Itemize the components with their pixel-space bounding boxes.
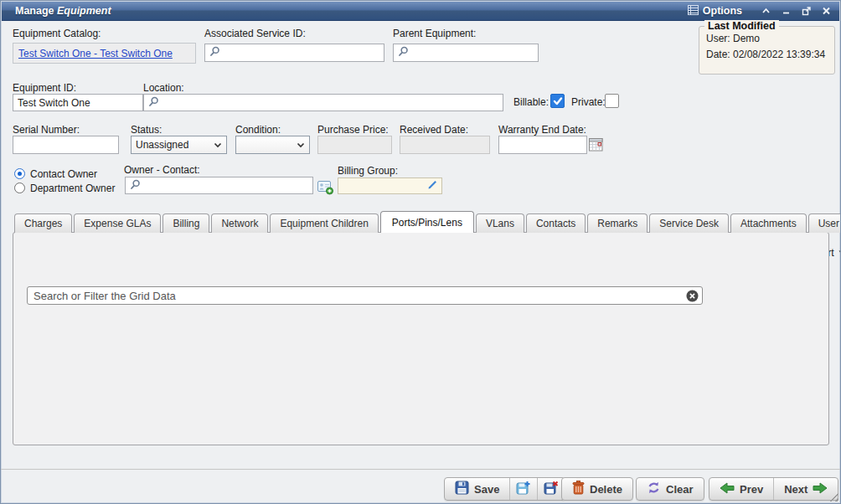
window-title: Manage Equipment [15, 5, 111, 17]
delete-button-group: Delete [561, 477, 633, 501]
chevron-down-icon [297, 139, 305, 151]
delete-label: Delete [590, 483, 622, 496]
purchase-price-label: Purchase Price: [317, 124, 389, 136]
private-checkbox[interactable] [605, 94, 619, 108]
associated-service-id-label: Associated Service ID: [204, 28, 306, 39]
save-icon [455, 481, 469, 497]
department-owner-radio[interactable] [14, 183, 25, 193]
clear-search-icon[interactable] [686, 290, 699, 302]
save-label: Save [474, 483, 499, 496]
check-icon [553, 96, 563, 106]
next-button[interactable]: Next [773, 478, 838, 500]
manage-equipment-window: Manage Equipment Options Equipment Catal… [0, 0, 841, 504]
prev-button[interactable]: Prev [709, 478, 773, 500]
equipment-id-label: Equipment ID: [13, 82, 76, 94]
billing-group-input[interactable] [338, 177, 442, 194]
tab-expense-glas[interactable]: Expense GLAs [74, 213, 161, 233]
save-add-icon [516, 481, 531, 497]
prev-next-button-group: Prev Next [709, 477, 838, 501]
tab-billing[interactable]: Billing [163, 213, 209, 233]
save-button[interactable]: Save [445, 478, 509, 500]
condition-label: Condition: [235, 124, 281, 136]
billing-group-label: Billing Group: [338, 165, 398, 177]
save-remove-icon [544, 481, 559, 497]
save-button-group: Save [444, 477, 565, 501]
magnifier-icon [148, 95, 159, 111]
popout-icon[interactable] [802, 7, 811, 16]
trash-icon [572, 481, 585, 497]
magnifier-icon [209, 45, 220, 60]
calendar-icon[interactable] [589, 137, 603, 155]
warranty-end-date-label: Warranty End Date: [498, 124, 586, 136]
equipment-catalog-label: Equipment Catalog: [13, 28, 101, 39]
tab-network[interactable]: Network [211, 213, 268, 233]
footer-divider [1, 469, 840, 470]
last-modified-box: Last Modified User: Demo Date: 02/08/202… [699, 26, 835, 75]
serial-number-label: Serial Number: [13, 124, 80, 136]
chevron-down-icon [214, 139, 222, 151]
received-date-input [400, 136, 490, 154]
billable-label: Billable: [513, 96, 549, 108]
parent-equipment-label: Parent Equipment: [393, 28, 476, 39]
last-modified-user: User: Demo [706, 33, 828, 44]
tab-charges[interactable]: Charges [14, 213, 72, 233]
options-label: Options [703, 5, 742, 17]
grid-search-input[interactable] [27, 286, 703, 305]
collapse-icon[interactable] [761, 7, 771, 15]
tab-panel [13, 232, 829, 445]
edit-pencil-icon[interactable] [427, 179, 438, 193]
delete-button[interactable]: Delete [562, 478, 632, 500]
options-grid-icon [688, 5, 699, 18]
magnifier-icon [130, 178, 141, 193]
prev-label: Prev [740, 483, 763, 496]
window-title-emphasis: Equipment [57, 5, 111, 17]
contact-owner-label: Contact Owner [30, 168, 97, 180]
equipment-id-input[interactable] [13, 94, 143, 111]
add-contact-icon[interactable] [317, 181, 333, 198]
owner-contact-input[interactable] [125, 177, 313, 194]
status-label: Status: [131, 124, 162, 136]
tab-contacts[interactable]: Contacts [526, 213, 586, 233]
status-select[interactable]: Unassigned [131, 136, 227, 154]
tab-vlans[interactable]: VLans [476, 213, 524, 233]
warranty-end-date-input[interactable] [498, 136, 587, 154]
parent-equipment-input[interactable] [393, 44, 539, 62]
clear-refresh-icon [647, 481, 661, 496]
tab-strip: ChargesExpense GLAsBillingNetworkEquipme… [14, 210, 841, 233]
private-label: Private: [571, 96, 606, 108]
location-label: Location: [143, 82, 184, 94]
last-modified-legend: Last Modified [704, 20, 779, 32]
clear-label: Clear [666, 483, 694, 496]
prev-arrow-icon [720, 482, 735, 496]
tab-ports-pins-lens[interactable]: Ports/Pins/Lens [380, 211, 474, 233]
tab-remarks[interactable]: Remarks [587, 213, 648, 233]
equipment-catalog-link[interactable]: Test Switch One - Test Switch One [18, 48, 173, 59]
equipment-catalog-box: Test Switch One - Test Switch One [13, 43, 196, 64]
associated-service-id-input[interactable] [204, 44, 384, 62]
save-and-new-button[interactable] [509, 478, 537, 500]
tab-user-defined-fields[interactable]: User Defined Fields [808, 213, 841, 233]
contact-owner-radio[interactable] [14, 168, 25, 179]
location-input[interactable] [143, 94, 503, 111]
billable-checkbox[interactable] [550, 94, 565, 108]
condition-select[interactable] [235, 136, 310, 154]
magnifier-icon [398, 45, 409, 60]
last-modified-date: Date: 02/08/2022 13:39:34 [706, 49, 828, 60]
clear-button[interactable]: Clear [637, 478, 704, 500]
window-title-prefix: Manage [15, 5, 54, 17]
options-button[interactable]: Options [688, 5, 742, 18]
status-value: Unassigned [136, 139, 188, 151]
close-icon[interactable] [822, 7, 831, 15]
received-date-label: Received Date: [400, 124, 468, 136]
title-bar: Manage Equipment Options [2, 2, 839, 21]
tab-attachments[interactable]: Attachments [730, 213, 807, 233]
tab-service-desk[interactable]: Service Desk [649, 213, 729, 233]
tab-equipment-children[interactable]: Equipment Children [270, 213, 378, 233]
clear-button-group: Clear [636, 477, 704, 501]
minimize-icon[interactable] [782, 7, 791, 15]
owner-contact-label: Owner - Contact: [124, 164, 200, 176]
purchase-price-input [317, 136, 392, 154]
next-label: Next [784, 483, 807, 496]
serial-number-input[interactable] [13, 136, 119, 154]
next-arrow-icon [813, 482, 828, 496]
